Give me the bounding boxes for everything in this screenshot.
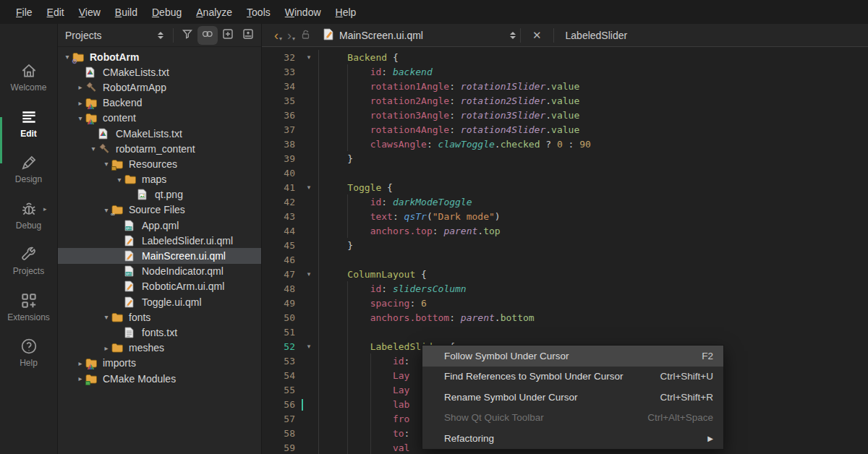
menu-edit[interactable]: Edit — [40, 2, 72, 22]
code-line-35[interactable]: 35 rotation2Angle: rotation2Slider.value — [262, 93, 868, 108]
collapse-arrow-icon[interactable]: ▾ — [88, 145, 98, 153]
code-line-43[interactable]: 43 text: qsTr("Dark mode") — [262, 209, 868, 223]
tree-item-fonts[interactable]: ▾fonts — [58, 309, 261, 325]
tree-item-mainscreen-ui-qml[interactable]: MainScreen.ui.qml — [58, 248, 261, 263]
mode-extensions[interactable]: Extensions — [0, 291, 57, 338]
fold-marker-icon[interactable]: ▾ — [299, 343, 318, 350]
fold-marker-icon[interactable]: ▾ — [299, 270, 318, 278]
context-menu-shortcut: Ctrl+Alt+Space — [647, 412, 713, 423]
context-menu-item-follow-symbol-under-cursor[interactable]: Follow Symbol Under CursorF2 — [422, 346, 723, 367]
mode-projects[interactable]: Projects — [0, 245, 57, 291]
indent-guide — [370, 426, 371, 440]
tree-item-resources[interactable]: ▾Resources — [58, 156, 261, 171]
tree-item-backend[interactable]: ▸Backend — [58, 95, 261, 111]
tree-item-cmakelists-txt[interactable]: CMakeLists.txt — [58, 64, 261, 80]
code-line-40[interactable]: 40 — [262, 166, 868, 180]
context-menu-item-refactoring[interactable]: Refactoring▶ — [422, 428, 723, 449]
tree-item-imports[interactable]: ▸imports — [58, 356, 261, 371]
code-line-39[interactable]: 39 } — [262, 151, 868, 166]
code-line-50[interactable]: 50 anchors.bottom: parent.bottom — [262, 310, 868, 325]
code-line-44[interactable]: 44 anchors.top: parent.top — [262, 223, 868, 238]
context-menu-item-rename-symbol-under-cursor[interactable]: Rename Symbol Under CursorCtrl+Shift+R — [422, 387, 723, 408]
mode-design[interactable]: Design — [0, 153, 57, 200]
expand-arrow-icon[interactable]: ▸ — [101, 344, 111, 352]
tree-item-robotarm-content[interactable]: ▾robotarm_content — [58, 141, 261, 156]
code-text: spacing: 6 — [318, 296, 868, 310]
menu-file[interactable]: File — [9, 2, 40, 22]
tree-item-cmake-modules[interactable]: ▸CMake Modules — [58, 371, 261, 386]
menu-analyze[interactable]: Analyze — [189, 2, 239, 22]
tree-item-robotarmapp[interactable]: ▸RobotArmApp — [58, 80, 261, 95]
collapse-arrow-icon[interactable]: ▾ — [62, 53, 72, 61]
open-file-tab[interactable]: MainScreen.ui.qml — [339, 30, 423, 41]
mode-help[interactable]: Help — [0, 337, 57, 383]
menu-build[interactable]: Build — [108, 2, 145, 22]
collapse-arrow-icon[interactable]: ▾ — [114, 176, 124, 184]
close-pane-button[interactable] — [238, 26, 258, 45]
tree-item-content[interactable]: ▾content — [58, 111, 261, 126]
sync-with-editor-button[interactable] — [197, 26, 218, 45]
tree-item-roboticarm-ui-qml[interactable]: RoboticArm.ui.qml — [58, 279, 261, 294]
tree-item-toggle-ui-qml[interactable]: Toggle.ui.qml — [58, 294, 261, 309]
fold-marker-icon[interactable]: ▾ — [299, 184, 318, 191]
tree-item-labeledslider-ui-qml[interactable]: LabeledSlider.ui.qml — [58, 233, 261, 248]
context-menu-item-find-references-to-symbol-under-cursor[interactable]: Find References to Symbol Under CursorCt… — [422, 367, 723, 387]
tree-item-meshes[interactable]: ▸meshes — [58, 340, 261, 356]
code-line-41[interactable]: 41▾ Toggle { — [262, 180, 868, 194]
mode-submenu-arrow-icon[interactable]: ▸ — [43, 205, 47, 213]
collapse-arrow-icon[interactable]: ▾ — [101, 206, 111, 214]
tree-item-cmakelists-txt[interactable]: CMakeLists.txt — [58, 126, 261, 141]
code-line-49[interactable]: 49 spacing: 6 — [262, 296, 868, 310]
file-uiqml-icon — [124, 250, 139, 262]
menu-tools[interactable]: Tools — [239, 2, 278, 22]
code-text: rotation4Angle: rotation4Slider.value — [318, 122, 868, 137]
code-line-37[interactable]: 37 rotation4Angle: rotation4Slider.value — [262, 122, 868, 137]
menu-window[interactable]: Window — [278, 2, 328, 22]
code-line-38[interactable]: 38 clawsAngle: clawToggle.checked ? 0 : … — [262, 137, 868, 151]
mode-debug[interactable]: ▸Debug — [0, 200, 57, 246]
mode-edit[interactable]: Edit — [0, 108, 57, 154]
lock-icon[interactable] — [299, 28, 312, 43]
expand-arrow-icon[interactable]: ▸ — [75, 374, 85, 382]
collapse-arrow-icon[interactable]: ▾ — [101, 160, 111, 168]
code-line-42[interactable]: 42 id: darkModeToggle — [262, 194, 868, 209]
context-menu: Follow Symbol Under CursorF2Find Referen… — [422, 345, 724, 450]
filter-button[interactable] — [177, 26, 197, 45]
tree-item-qt-png[interactable]: qt.png — [58, 187, 261, 202]
code-line-46[interactable]: 46 — [262, 252, 868, 267]
expand-arrow-icon[interactable]: ▸ — [75, 83, 85, 91]
code-line-32[interactable]: 32▾ Backend { — [262, 50, 868, 64]
expand-arrow-icon[interactable]: ▸ — [75, 359, 85, 367]
code-line-36[interactable]: 36 rotation3Angle: rotation3Slider.value — [262, 108, 868, 122]
tree-item-app-qml[interactable]: qmlApp.qml — [58, 218, 261, 233]
mode-welcome[interactable]: Welcome — [0, 61, 57, 108]
code-line-48[interactable]: 48 id: slidersColumn — [262, 281, 868, 296]
tree-item-label: Resources — [126, 158, 177, 170]
code-line-34[interactable]: 34 rotation1Angle: rotation1Slider.value — [262, 79, 868, 93]
tree-item-robotarm[interactable]: ▾⚙RobotArm — [58, 49, 261, 64]
tree-item-source-files[interactable]: ▾∞Source Files — [58, 202, 261, 218]
file-dropdown-icon[interactable] — [510, 32, 516, 39]
line-number: 38 — [262, 139, 299, 150]
expand-arrow-icon[interactable]: ▸ — [75, 99, 85, 107]
code-line-45[interactable]: 45 } — [262, 238, 868, 252]
code-line-47[interactable]: 47▾ ColumnLayout { — [262, 267, 868, 281]
tree-item-fonts-txt[interactable]: fonts.txt — [58, 325, 261, 340]
menu-help[interactable]: Help — [328, 2, 364, 22]
project-panel: Projects ▾⚙RobotArmCMakeLists.txt▸RobotA… — [58, 24, 262, 454]
fold-marker-icon[interactable]: ▾ — [299, 53, 318, 61]
collapse-arrow-icon[interactable]: ▾ — [75, 114, 85, 122]
tree-item-nodeindicator-qml[interactable]: qmlNodeIndicator.qml — [58, 264, 261, 279]
tree-item-maps[interactable]: ▾maps — [58, 172, 261, 187]
collapse-arrow-icon[interactable]: ▾ — [101, 313, 111, 321]
code-line-51[interactable]: 51 — [262, 325, 868, 339]
split-button[interactable] — [218, 26, 238, 45]
menu-debug[interactable]: Debug — [145, 2, 189, 22]
panel-mode-combo[interactable]: Projects — [65, 30, 169, 41]
line-number: 49 — [262, 298, 299, 309]
menubar: File Edit View Build Debug Analyze Tools… — [0, 0, 868, 24]
menu-view[interactable]: View — [72, 2, 108, 22]
symbol-context-dropdown[interactable]: LabeledSlider — [558, 30, 628, 41]
close-file-button[interactable]: ✕ — [525, 29, 549, 42]
code-line-33[interactable]: 33 id: backend — [262, 64, 868, 79]
